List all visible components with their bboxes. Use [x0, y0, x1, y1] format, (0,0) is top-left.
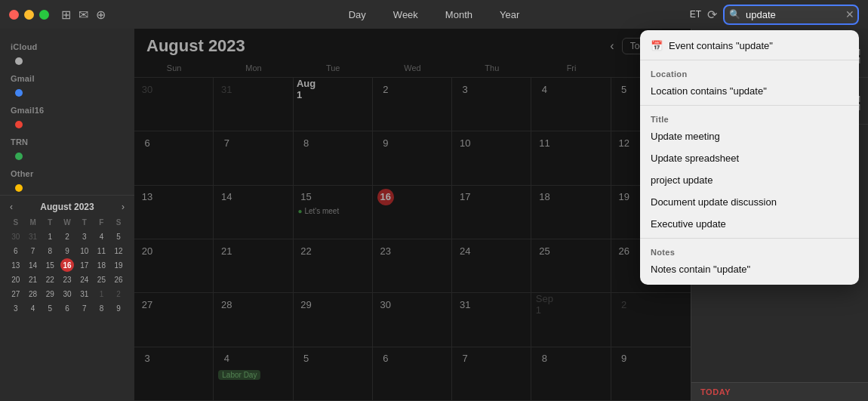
mini-day-29[interactable]: 29	[43, 287, 57, 301]
day-view-btn[interactable]: Day	[344, 8, 371, 22]
cal-cell-11[interactable]: 11	[531, 131, 611, 185]
year-view-btn[interactable]: Year	[495, 8, 524, 22]
today-bar[interactable]: TODAY	[691, 382, 868, 401]
cal-cell-29[interactable]: 29	[294, 293, 373, 347]
cal-cell-sep3[interactable]: 3	[134, 347, 214, 401]
mini-day-19[interactable]: 19	[112, 258, 125, 272]
cal-cell-sep8[interactable]: 8	[531, 347, 611, 401]
mini-day-16-today[interactable]: 16	[60, 258, 74, 272]
mini-day-2[interactable]: 2	[60, 230, 74, 243]
mini-day-7b[interactable]: 7	[78, 301, 91, 315]
mini-day-8b[interactable]: 8	[94, 301, 108, 315]
cal-cell-21[interactable]: 21	[214, 239, 293, 293]
mini-day-31[interactable]: 31	[26, 230, 40, 243]
cal-cell-sep7[interactable]: 7	[452, 347, 531, 401]
search-clear-icon[interactable]: ✕	[845, 8, 854, 20]
sidebar-item-gmail16[interactable]	[5, 119, 130, 131]
cal-cell-8[interactable]: 8	[294, 131, 373, 185]
mini-day-25[interactable]: 25	[94, 273, 108, 286]
cal-cell-16-today[interactable]: 16	[373, 186, 452, 239]
mini-day-22[interactable]: 22	[43, 273, 57, 286]
cal-cell-aug1[interactable]: Aug 1	[294, 78, 373, 131]
cal-cell-jul31[interactable]: 31	[214, 78, 293, 131]
cal-cell-22[interactable]: 22	[294, 239, 373, 293]
month-view-btn[interactable]: Month	[441, 8, 477, 22]
mini-day-9[interactable]: 9	[60, 244, 74, 258]
mini-day-11[interactable]: 11	[94, 244, 108, 258]
mini-day-3[interactable]: 3	[78, 230, 91, 243]
cal-cell-31[interactable]: 31	[452, 293, 531, 347]
mini-day-10[interactable]: 10	[78, 244, 91, 258]
cal-cell-9[interactable]: 9	[373, 131, 452, 185]
timezone-icon[interactable]: ⟳	[707, 8, 717, 22]
mini-day-5b[interactable]: 5	[43, 301, 57, 315]
mini-day-14[interactable]: 14	[26, 258, 40, 272]
mini-day-15[interactable]: 15	[43, 258, 57, 272]
mini-day-1[interactable]: 1	[43, 230, 57, 243]
cal-cell-3[interactable]: 3	[452, 78, 531, 131]
cal-cell-2[interactable]: 2	[373, 78, 452, 131]
cal-cell-7[interactable]: 7	[214, 131, 293, 185]
cal-cell-sep2[interactable]: 2	[611, 293, 691, 347]
maximize-button[interactable]	[39, 10, 49, 20]
week-view-btn[interactable]: Week	[389, 8, 423, 22]
mini-day-24[interactable]: 24	[78, 273, 91, 286]
add-icon[interactable]: ⊕	[96, 8, 106, 22]
cal-cell-14[interactable]: 14	[214, 186, 293, 239]
mini-day-17[interactable]: 17	[78, 258, 91, 272]
search-input[interactable]	[723, 5, 859, 25]
dropdown-location-contains[interactable]: Location contains "update"	[640, 80, 859, 102]
mini-day-21[interactable]: 21	[26, 273, 40, 286]
cal-cell-17[interactable]: 17	[452, 186, 531, 239]
sidebar-item-trn[interactable]	[5, 150, 130, 162]
cal-cell-20[interactable]: 20	[134, 239, 214, 293]
cal-cell-sep5[interactable]: 5	[294, 347, 373, 401]
mini-day-27[interactable]: 27	[9, 287, 23, 301]
cal-cell-27[interactable]: 27	[134, 293, 214, 347]
dropdown-title-update-meeting[interactable]: Update meeting	[640, 125, 859, 147]
mini-cal-next[interactable]: ›	[119, 202, 127, 212]
cal-cell-24[interactable]: 24	[452, 239, 531, 293]
cal-cell-15[interactable]: 15 ● Let's meet	[294, 186, 373, 239]
cal-prev-btn[interactable]: ‹	[605, 38, 618, 54]
mini-day-5[interactable]: 5	[112, 230, 125, 243]
cal-cell-28[interactable]: 28	[214, 293, 293, 347]
mini-day-6[interactable]: 6	[9, 244, 23, 258]
mini-day-28[interactable]: 28	[26, 287, 40, 301]
cal-cell-6[interactable]: 6	[134, 131, 214, 185]
cal-cell-18[interactable]: 18	[531, 186, 611, 239]
mini-day-sep2[interactable]: 2	[112, 287, 125, 301]
mini-day-30b[interactable]: 30	[60, 287, 74, 301]
mini-day-4[interactable]: 4	[94, 230, 108, 243]
cal-cell-10[interactable]: 10	[452, 131, 531, 185]
mini-day-4b[interactable]: 4	[26, 301, 40, 315]
mini-day-26[interactable]: 26	[112, 273, 125, 286]
dropdown-event-contains[interactable]: 📅 Event contains "update"	[640, 35, 859, 57]
mini-day-sep1[interactable]: 1	[94, 287, 108, 301]
sidebar-toggle-icon[interactable]: ⊞	[61, 8, 71, 22]
dropdown-notes-contains[interactable]: Notes contain "update"	[640, 258, 859, 280]
dropdown-title-executive-update[interactable]: Executive update	[640, 213, 859, 235]
mini-day-30[interactable]: 30	[9, 230, 23, 243]
dropdown-title-project-update[interactable]: project update	[640, 169, 859, 191]
sidebar-item-gmail[interactable]	[5, 87, 130, 99]
inbox-icon[interactable]: ✉	[78, 8, 88, 22]
sidebar-item-icloud[interactable]	[5, 55, 130, 67]
cal-cell-23[interactable]: 23	[373, 239, 452, 293]
cal-cell-30[interactable]: 30	[373, 293, 452, 347]
mini-day-13[interactable]: 13	[9, 258, 23, 272]
mini-day-23[interactable]: 23	[60, 273, 74, 286]
mini-day-3b[interactable]: 3	[9, 301, 23, 315]
close-button[interactable]	[9, 10, 19, 20]
mini-day-7[interactable]: 7	[26, 244, 40, 258]
mini-day-12[interactable]: 12	[112, 244, 125, 258]
cal-cell-25[interactable]: 25	[531, 239, 611, 293]
mini-day-18[interactable]: 18	[94, 258, 108, 272]
mini-day-8[interactable]: 8	[43, 244, 57, 258]
cal-cell-4[interactable]: 4	[531, 78, 611, 131]
minimize-button[interactable]	[24, 10, 34, 20]
mini-day-9b[interactable]: 9	[112, 301, 125, 315]
dropdown-title-document-update[interactable]: Document update discussion	[640, 191, 859, 213]
cal-cell-13[interactable]: 13	[134, 186, 214, 239]
cal-cell-sep1[interactable]: Sep 1	[531, 293, 611, 347]
